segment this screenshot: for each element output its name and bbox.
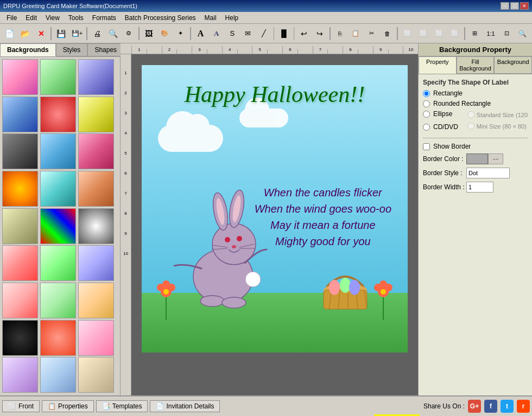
menu-edit[interactable]: Edit	[21, 13, 41, 23]
close-doc-button[interactable]: ✕	[34, 26, 48, 41]
ruler-mark: 1	[131, 46, 147, 54]
canvas-wrapper[interactable]: Happy Halloween!! When the candles flick…	[131, 54, 418, 395]
toolbar-sep-9	[464, 27, 465, 40]
tab-property[interactable]: Property	[419, 56, 457, 74]
radio-rectangle[interactable]	[423, 90, 430, 97]
table-button[interactable]: ⊞	[467, 26, 482, 41]
list-item[interactable]	[2, 208, 38, 244]
list-item[interactable]	[2, 320, 38, 356]
list-item[interactable]	[40, 171, 76, 207]
new-button[interactable]: 📄	[2, 26, 17, 41]
list-item[interactable]	[40, 208, 76, 244]
menu-formats[interactable]: Formats	[88, 13, 121, 23]
close-button[interactable]: ✕	[520, 2, 529, 10]
border-color-picker-button[interactable]: ····	[488, 153, 503, 164]
list-item[interactable]	[78, 133, 114, 169]
zoom-in-button[interactable]: 🔍	[515, 26, 530, 41]
print-button[interactable]: 🖨	[90, 26, 104, 41]
print-settings-button[interactable]: ⚙	[122, 26, 136, 41]
list-item[interactable]	[2, 133, 38, 169]
symbol-button[interactable]: S	[225, 26, 239, 41]
text-button[interactable]: A	[193, 26, 208, 41]
radio-rounded-rectangle[interactable]	[423, 100, 430, 107]
front-button[interactable]: ⬜ Front	[2, 400, 40, 412]
show-border-checkbox[interactable]	[423, 143, 430, 150]
delete-button[interactable]: 🗑	[380, 26, 395, 41]
menu-help[interactable]: Help	[221, 13, 243, 23]
align-left-button[interactable]: ⬜	[400, 26, 415, 41]
list-item[interactable]	[78, 357, 114, 393]
list-item[interactable]	[40, 283, 76, 318]
zoom-100-button[interactable]: 1:1	[484, 26, 498, 41]
list-item[interactable]	[78, 171, 114, 207]
list-item[interactable]	[2, 171, 38, 207]
border-width-input[interactable]	[466, 182, 493, 193]
list-item[interactable]	[78, 97, 114, 132]
open-button[interactable]: 📂	[18, 26, 33, 41]
list-item[interactable]	[40, 97, 76, 132]
flip-v-button[interactable]: ⬜	[447, 26, 462, 41]
mail-button[interactable]: ✉	[240, 26, 255, 41]
menu-batch[interactable]: Batch Processing Series	[121, 13, 200, 23]
properties-label: Properties	[58, 402, 88, 410]
list-item[interactable]	[2, 97, 38, 132]
maximize-button[interactable]: □	[510, 2, 519, 10]
tab-fill-background[interactable]: Fill Background	[457, 56, 495, 74]
list-item[interactable]	[2, 59, 38, 95]
copy-button[interactable]: ⎘	[333, 26, 347, 41]
flip-h-button[interactable]: ⬜	[432, 26, 446, 41]
image-button[interactable]: 🖼	[142, 26, 156, 41]
undo-button[interactable]: ↩	[296, 26, 311, 41]
tab-backgrounds[interactable]: Backgrounds	[0, 43, 56, 56]
list-item[interactable]	[78, 59, 114, 95]
list-item[interactable]	[40, 59, 76, 95]
redo-button[interactable]: ↪	[313, 26, 327, 41]
wordart-button[interactable]: A	[209, 26, 224, 41]
templates-button[interactable]: 📑 Templates	[96, 400, 148, 412]
radio-standard-size[interactable]	[467, 111, 474, 118]
invitation-button[interactable]: 📄 Invitation Details	[150, 400, 220, 412]
list-item[interactable]	[2, 283, 38, 318]
list-item[interactable]	[40, 357, 76, 393]
print-preview-button[interactable]: 🔍	[106, 26, 121, 41]
color-button[interactable]: 🎨	[157, 26, 172, 41]
tab-shapes[interactable]: Shapes	[87, 43, 124, 56]
align-right-button[interactable]: ⬜	[416, 26, 430, 41]
save-as-button[interactable]: 💾+	[69, 26, 84, 41]
list-item[interactable]	[78, 245, 114, 281]
list-item[interactable]	[78, 283, 114, 318]
border-color-swatch[interactable]	[466, 153, 488, 164]
menu-mail[interactable]: Mail	[200, 13, 221, 23]
reddit-button[interactable]: r	[517, 400, 530, 413]
border-style-input[interactable]	[466, 168, 510, 178]
google-plus-button[interactable]: G+	[468, 400, 481, 413]
toolbar-sep-8	[397, 27, 398, 40]
minimize-button[interactable]: –	[501, 2, 509, 10]
twitter-button[interactable]: t	[501, 400, 514, 413]
properties-button[interactable]: 📋 Properties	[42, 400, 94, 412]
list-item[interactable]	[78, 208, 114, 244]
facebook-button[interactable]: f	[484, 400, 497, 413]
radio-cddvd[interactable]	[423, 124, 430, 131]
fit-button[interactable]: ⊡	[499, 26, 514, 41]
list-item[interactable]	[40, 133, 76, 169]
list-item[interactable]	[40, 245, 76, 281]
cut-button[interactable]: ✂	[364, 26, 379, 41]
stamp-button[interactable]: ✦	[173, 26, 188, 41]
menu-file[interactable]: File	[2, 13, 21, 23]
menu-view[interactable]: View	[41, 13, 64, 23]
tab-styles[interactable]: Styles	[56, 43, 88, 56]
list-item[interactable]	[78, 320, 114, 356]
save-button[interactable]: 💾	[54, 26, 68, 41]
menu-tools[interactable]: Tools	[64, 13, 88, 23]
title-bar: DRPU Greeting Card Maker Software(Docume…	[0, 0, 532, 12]
line-button[interactable]: ╱	[256, 26, 271, 41]
tab-background[interactable]: Background	[494, 56, 532, 74]
list-item[interactable]	[40, 320, 76, 356]
list-item[interactable]	[2, 357, 38, 393]
barcode-button[interactable]: ▐▌	[276, 26, 291, 41]
radio-mini-size[interactable]	[467, 123, 474, 130]
radio-ellipse[interactable]	[423, 111, 430, 118]
paste-button[interactable]: 📋	[349, 26, 363, 41]
list-item[interactable]	[2, 245, 38, 281]
